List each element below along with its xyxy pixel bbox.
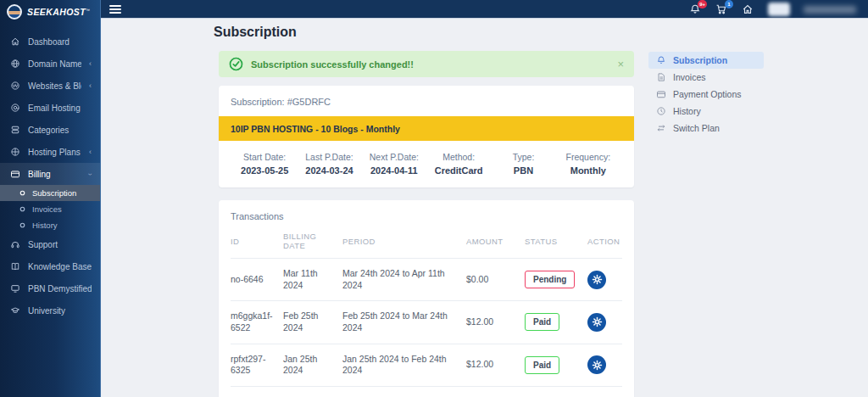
clock-icon	[656, 106, 666, 116]
home-icon[interactable]	[742, 3, 754, 16]
right-menu-item-history[interactable]: History	[648, 103, 764, 120]
swap-icon	[656, 123, 666, 133]
right-menu-item-label: Payment Options	[673, 89, 742, 99]
status-badge: Pending	[525, 271, 575, 288]
col-amount: AMOUNT	[466, 225, 525, 259]
sidebar-item-dashboard[interactable]: Dashboard	[0, 31, 100, 53]
brand-logo[interactable]: SEEKAHOST™	[0, 0, 100, 24]
dot-icon	[19, 221, 26, 229]
sidebar-item-university[interactable]: University	[0, 299, 100, 322]
mascot-logo-icon	[7, 4, 22, 20]
home-icon	[10, 36, 20, 47]
sidebar-item-hosting-plans[interactable]: Hosting Plans‹	[0, 141, 100, 163]
cart-icon[interactable]: 1	[715, 3, 728, 16]
transaction-id: no-6646	[231, 259, 283, 301]
notifications-bell-icon[interactable]: 9+	[689, 3, 702, 16]
detail-next-pdate: Next P.Date: 2024-04-11	[362, 152, 426, 176]
sidebar-item-domain-names[interactable]: Domain Names‹	[0, 53, 100, 75]
transaction-id: jep9thp6-6124	[231, 386, 283, 397]
check-circle-icon	[229, 57, 243, 71]
right-menu-item-label: History	[673, 106, 701, 116]
dot-icon	[19, 189, 26, 197]
sidebar-item-websites-blogs[interactable]: Websites & Blogs‹	[0, 75, 100, 97]
card-icon	[656, 89, 666, 99]
transactions-card: Transactions ID BILLING DATE PERIOD AMOU…	[219, 200, 634, 397]
brand-name: SEEKAHOST™	[27, 7, 90, 17]
transaction-status: Paid	[525, 344, 587, 386]
right-menu-item-switch-plan[interactable]: Switch Plan	[648, 120, 764, 137]
right-menu-item-label: Subscription	[673, 55, 727, 65]
sidebar: SEEKAHOST™ DashboardDomain Names‹Website…	[0, 0, 101, 397]
sidebar-item-label: Email Hosting	[28, 103, 92, 113]
col-period: PERIOD	[342, 225, 466, 259]
transaction-status: Paid	[525, 301, 587, 344]
notifications-badge: 9+	[698, 0, 707, 8]
transaction-amount: $12.00	[466, 301, 525, 344]
sidebar-item-label: PBN Demystified	[28, 284, 92, 294]
sidebar-item-pbn-demystified[interactable]: PBN Demystified	[0, 277, 100, 299]
stack-icon	[10, 125, 20, 135]
transaction-action-gear-button[interactable]	[587, 313, 606, 332]
subscription-details: Start Date: 2023-05-25 Last P.Date: 2024…	[219, 141, 634, 176]
file-icon	[656, 72, 666, 82]
sidebar-item-knowledge-base[interactable]: Knowledge Base	[0, 255, 100, 277]
topbar-right: 9+ 1	[689, 0, 861, 19]
sidebar-subitem-label: History	[32, 221, 58, 230]
alert-close-icon[interactable]: ×	[617, 59, 624, 70]
transaction-id: rpfxt297-6325	[231, 344, 283, 386]
sidebar-item-label: University	[28, 306, 92, 316]
success-alert: Subscription successfully changed!! ×	[219, 51, 634, 77]
transaction-action	[587, 259, 622, 301]
sidebar-item-label: Domain Names	[28, 59, 81, 69]
table-header-row: ID BILLING DATE PERIOD AMOUNT STATUS ACT…	[231, 225, 622, 259]
transaction-status: Paid	[525, 386, 587, 397]
sidebar-item-email-hosting[interactable]: Email Hosting	[0, 97, 100, 119]
detail-method: Method: CreditCard	[426, 152, 491, 176]
transaction-amount: $12.00	[466, 386, 525, 397]
sidebar-subitem-label: Invoices	[32, 204, 62, 214]
transaction-status: Pending	[525, 259, 587, 301]
table-row: m6ggka1f-6522Feb 25th 2024Feb 25th 2024 …	[231, 301, 622, 344]
transaction-action-gear-button[interactable]	[587, 355, 606, 374]
transaction-id: m6ggka1f-6522	[231, 301, 283, 344]
col-status: STATUS	[525, 225, 587, 259]
sidebar-subitem-label: Subscription	[32, 188, 76, 198]
sidebar-subitem-invoices[interactable]: Invoices	[0, 201, 100, 217]
chevron-left-icon: ‹	[89, 60, 92, 68]
col-billing-date: BILLING DATE	[283, 225, 342, 259]
wordpress-icon	[10, 81, 20, 91]
table-row: rpfxt297-6325Jan 25th 2024Jan 25th 2024 …	[231, 344, 622, 386]
user-name[interactable]	[804, 6, 856, 14]
hamburger-menu-icon[interactable]	[109, 3, 121, 15]
transaction-action-gear-button[interactable]	[587, 271, 606, 289]
table-row: no-6646Mar 11th 2024Mar 24th 2024 to Apr…	[231, 259, 622, 301]
right-menu-item-payment-options[interactable]: Payment Options	[648, 86, 764, 103]
table-row: jep9thp6-6124Dec 25th 2023Dec 25th 2023 …	[231, 386, 622, 397]
sidebar-item-support[interactable]: Support	[0, 233, 100, 255]
sidebar-subitem-history[interactable]: History	[0, 217, 100, 233]
subscription-card: Subscription: #G5DRFC 10IP PBN HOSTING -…	[219, 86, 634, 187]
user-avatar[interactable]	[768, 3, 790, 16]
at-icon	[10, 103, 20, 113]
sidebar-item-categories[interactable]: Categories	[0, 119, 100, 141]
chevron-down-icon: ‹	[86, 173, 94, 176]
col-action: ACTION	[587, 225, 622, 259]
sidebar-item-label: Support	[28, 240, 92, 249]
sidebar-item-label: Websites & Blogs	[28, 81, 81, 91]
subscription-side-menu: SubscriptionInvoicesPayment OptionsHisto…	[648, 52, 764, 137]
sidebar-item-billing[interactable]: Billing‹	[0, 163, 100, 185]
transaction-billing-date: Feb 25th 2024	[283, 301, 342, 344]
transaction-period: Dec 25th 2023 to Jan 24th 2024	[342, 386, 466, 397]
topbar: 9+ 1	[101, 0, 868, 19]
bell-icon	[656, 55, 666, 65]
right-menu-item-subscription[interactable]: Subscription	[648, 52, 764, 69]
headset-icon	[10, 239, 20, 249]
sidebar-menu: DashboardDomain Names‹Websites & Blogs‹E…	[0, 24, 100, 322]
gradcap-icon	[10, 305, 20, 316]
status-badge: Paid	[525, 313, 559, 331]
card-icon	[10, 169, 20, 179]
cart-badge: 1	[725, 0, 733, 8]
transaction-action	[587, 301, 622, 344]
right-menu-item-invoices[interactable]: Invoices	[648, 69, 764, 86]
sidebar-subitem-subscription[interactable]: Subscription	[0, 185, 100, 201]
